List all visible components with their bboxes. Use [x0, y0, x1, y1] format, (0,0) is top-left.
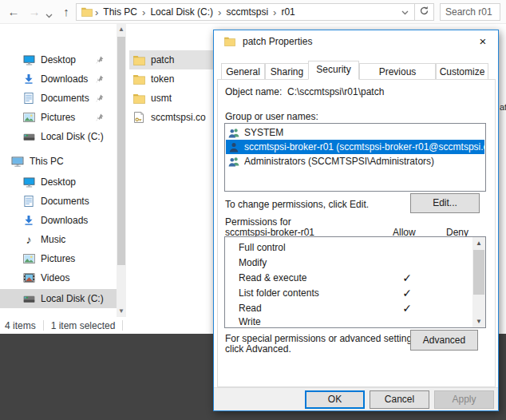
edit-button[interactable]: Edit...: [410, 193, 480, 213]
refresh-icon: [419, 6, 429, 18]
folder-icon: [81, 6, 93, 18]
permission-name: Modify: [226, 257, 391, 268]
documents-icon: [22, 195, 35, 208]
sidebar-item-label: Desktop: [41, 54, 76, 65]
close-icon[interactable]: ×: [468, 30, 498, 53]
scroll-up-icon[interactable]: ▲: [117, 24, 126, 35]
advanced-hint-line2: click Advanced.: [225, 343, 291, 355]
sidebar-item-label: Documents: [41, 196, 89, 207]
sidebar-item-downloads-quick[interactable]: Downloads: [0, 69, 117, 89]
group-icon: [227, 126, 240, 139]
items-count: 4 items: [5, 320, 36, 331]
sidebar-item-downloads[interactable]: Downloads: [0, 211, 117, 230]
folder-icon: [223, 35, 236, 48]
sidebar-item-label: This PC: [30, 156, 64, 167]
sidebar-item-label: Local Disk (C:): [41, 293, 104, 304]
search-input[interactable]: Search r01: [440, 3, 500, 21]
file-row-patch[interactable]: patch: [129, 50, 213, 69]
file-row-certificate[interactable]: sccmtspsi.co: [129, 108, 213, 127]
allow-checkmark: ✓: [391, 302, 423, 315]
breadcrumb-r01[interactable]: r01: [278, 6, 298, 18]
sidebar-item-local-disk[interactable]: Local Disk (C:): [0, 289, 117, 308]
group-user-list[interactable]: SYSTEM sccmtspsi-broker-r01 (sccmtspsi-b…: [224, 123, 486, 192]
file-name: sccmtspsi.co: [151, 112, 206, 123]
file-row-usmt[interactable]: usmt: [129, 89, 213, 108]
cancel-button[interactable]: Cancel: [370, 390, 429, 409]
folder-icon: [132, 92, 145, 105]
address-bar[interactable]: › This PC › Local Disk (C:) › sccmtspsi …: [76, 3, 415, 21]
sidebar-item-documents-quick[interactable]: Documents: [0, 89, 117, 108]
status-separator: [122, 320, 123, 331]
desktop-icon: [22, 53, 35, 66]
folder-icon: [132, 73, 145, 85]
advanced-button[interactable]: Advanced: [410, 330, 478, 351]
permissions-list[interactable]: Full control Modify Read & execute ✓ Lis…: [224, 236, 486, 328]
sidebar-scrollbar-thumb[interactable]: [117, 37, 125, 265]
sidebar-item-label: Documents: [41, 93, 89, 104]
clipped-column-text: at: [500, 102, 506, 112]
user-name: sccmtspsi-broker-r01 (sccmtspsi-broker-r…: [244, 141, 484, 153]
permission-name: Write: [226, 316, 391, 327]
back-icon[interactable]: ←: [5, 3, 22, 21]
dialog-titlebar[interactable]: patch Properties: [214, 30, 498, 53]
sidebar-item-documents[interactable]: Documents: [0, 192, 117, 211]
group-user-names-label: Group or user names:: [225, 111, 318, 122]
drive-icon: [22, 292, 35, 305]
sidebar-item-local-disk-quick[interactable]: Local Disk (C:): [0, 127, 117, 146]
videos-icon: [22, 271, 35, 284]
file-name: usmt: [151, 93, 172, 104]
tab-customize[interactable]: Customize: [436, 63, 488, 80]
group-icon: [227, 155, 240, 168]
downloads-icon: [22, 214, 35, 227]
user-row-system[interactable]: SYSTEM: [226, 125, 484, 140]
permission-name: Read: [226, 303, 391, 314]
sidebar-item-this-pc[interactable]: This PC: [0, 152, 117, 171]
screen: ← → ↑ › This PC › Local Disk (C:) › sccm…: [0, 0, 506, 420]
permission-row-full-control: Full control: [226, 240, 471, 255]
breadcrumb-local-disk[interactable]: Local Disk (C:): [147, 6, 216, 18]
tab-security[interactable]: Security: [308, 61, 359, 80]
sidebar-item-videos[interactable]: Videos: [0, 268, 117, 287]
permission-row-read-execute: Read & execute ✓: [226, 270, 471, 285]
recent-locations-chevron-icon[interactable]: [45, 10, 53, 21]
scroll-down-icon[interactable]: ▼: [472, 315, 485, 327]
pin-icon: [96, 93, 104, 105]
scroll-up-icon[interactable]: ▲: [472, 237, 485, 249]
edit-hint: To change permissions, click Edit.: [225, 199, 369, 210]
address-dropdown-chevron-icon[interactable]: [396, 6, 414, 18]
sidebar-item-music[interactable]: ♪ Music: [0, 230, 117, 249]
tab-previous-versions[interactable]: Previous Versions: [359, 63, 436, 80]
certificate-file-icon: [132, 111, 145, 124]
breadcrumb-separator: ›: [140, 6, 147, 18]
breadcrumb-this-pc[interactable]: This PC: [100, 6, 140, 18]
drive-icon: [22, 130, 35, 143]
user-row-broker[interactable]: sccmtspsi-broker-r01 (sccmtspsi-broker-r…: [226, 140, 484, 154]
permissions-scrollbar-thumb[interactable]: [473, 250, 484, 295]
sidebar-item-label: Downloads: [41, 215, 88, 226]
scroll-down-icon[interactable]: ▼: [117, 306, 126, 317]
pin-icon: [96, 55, 104, 66]
downloads-icon: [22, 73, 35, 85]
documents-icon: [22, 92, 35, 105]
sidebar-item-desktop-quick[interactable]: Desktop: [0, 50, 117, 69]
this-pc-icon: [11, 155, 24, 168]
advanced-hint-line1: For special permissions or advanced sett…: [225, 333, 419, 344]
ok-button[interactable]: OK: [305, 390, 365, 409]
tab-general[interactable]: General: [221, 63, 265, 80]
file-row-token[interactable]: token: [129, 69, 213, 89]
apply-button: Apply: [434, 390, 494, 409]
tab-sharing[interactable]: Sharing: [265, 63, 309, 80]
user-icon: [227, 141, 240, 153]
up-icon[interactable]: ↑: [57, 3, 75, 21]
sidebar-item-label: Music: [41, 234, 65, 245]
sidebar-item-label: Pictures: [41, 112, 75, 123]
sidebar-item-pictures[interactable]: Pictures: [0, 249, 117, 268]
sidebar-item-pictures-quick[interactable]: Pictures: [0, 108, 117, 127]
breadcrumb-sccmtspsi[interactable]: sccmtspsi: [223, 6, 271, 18]
permission-row-list-folder-contents: List folder contents ✓: [226, 285, 471, 300]
sidebar-item-desktop[interactable]: Desktop: [0, 172, 117, 192]
permissions-scrollbar[interactable]: ▲ ▼: [472, 237, 485, 327]
refresh-button[interactable]: [415, 3, 434, 21]
user-row-administrators[interactable]: Administrators (SCCMTSPSI\Administrators…: [226, 154, 484, 168]
pin-icon: [96, 74, 104, 85]
